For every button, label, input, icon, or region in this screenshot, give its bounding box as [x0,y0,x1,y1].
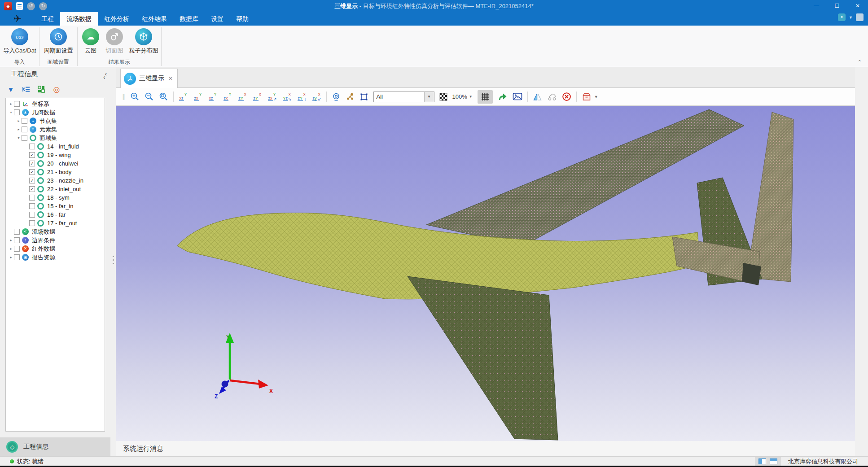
tree-item-far-out[interactable]: 17 - far_out [6,219,105,227]
collapse-list-icon[interactable] [22,85,31,94]
contour-plot-button[interactable]: ☁ 云图 [79,27,103,55]
tree-item-nozzle-in[interactable]: ✓23 - nozzle_in [6,176,105,185]
tree-item-int-fluid[interactable]: 14 - int_fluid [6,142,105,151]
tree-checkbox[interactable] [29,220,35,226]
tree-item-element-sets[interactable]: ▸○元素集 [6,125,105,134]
tab-scroll-left-icon[interactable]: ‹ [103,74,105,81]
view-iso-2-icon[interactable]: xYz↘ [282,92,292,101]
zoom-in-icon[interactable] [130,91,140,103]
molecule-icon[interactable] [346,91,355,103]
tree-checkbox[interactable] [14,109,20,115]
tree-item-inlet-out[interactable]: ✓22 - inlet_out [6,185,105,193]
tree-item-coordinate-system[interactable]: ▸坐标系 [6,100,105,108]
grid-toggle-button[interactable] [478,90,493,104]
cancel-icon[interactable] [562,91,571,103]
menu-shezhi[interactable]: 设置 [205,12,230,26]
layout-single-icon[interactable] [770,458,777,464]
snapshot-icon[interactable] [513,91,522,103]
menu-hongwaijieguo[interactable]: 红外结果 [136,12,173,26]
close-button[interactable]: ✕ [847,0,868,12]
menu-liuchangshuju[interactable]: 流场数据 [60,12,98,26]
minimize-button[interactable]: — [806,0,827,12]
grid-view-icon[interactable] [37,85,46,94]
smooth-network-icon[interactable] [547,91,557,103]
tree-checkbox[interactable] [29,203,35,209]
view-left-icon[interactable]: Yxz [208,92,218,101]
expander-icon[interactable]: ▸ [8,255,14,259]
tree-item-far[interactable]: 16 - far [6,210,105,219]
menu-bangzhu[interactable]: 帮助 [230,12,255,26]
maximize-button[interactable]: ☐ [827,0,847,12]
toolbar-drag-handle[interactable]: ∥ [122,91,125,103]
tree-checkbox[interactable] [29,195,35,201]
view-iso-4-icon[interactable]: xzy↙ [312,92,321,101]
tree-checkbox[interactable]: ✓ [29,152,35,158]
probe-icon[interactable] [332,91,341,103]
zoom-level-dropdown[interactable]: 100%▼ [452,93,473,100]
expander-icon[interactable]: ▸ [16,119,22,123]
tree-checkbox[interactable] [14,246,20,252]
tree-item-chuiwei[interactable]: ✓20 - chuiwei [6,159,105,168]
zoom-fit-icon[interactable] [159,91,168,103]
periodic-surface-button[interactable]: 周期面设置 [39,27,77,55]
undo-icon[interactable]: ↺ [27,2,35,10]
import-cas-dat-button[interactable]: cas 导入Cas/Dat [1,27,38,55]
tree-item-far-in[interactable]: 15 - far_in [6,202,105,210]
project-panel-footer-tab[interactable]: ◇ 工程信息 [0,437,110,456]
tree-checkbox[interactable] [22,118,27,124]
tree-item-wing[interactable]: ✓19 - wing [6,151,105,159]
particle-distribution-button[interactable]: 粒子分布图 [126,27,161,55]
locate-icon[interactable]: ◎ [52,85,61,94]
view-bottom-icon[interactable]: xzY [253,92,262,101]
panel-splitter[interactable] [110,67,116,456]
tree-checkbox[interactable]: ✓ [29,169,35,175]
tree-checkbox[interactable] [22,135,27,141]
expander-icon[interactable]: ▸ [16,127,22,131]
menu-shujuku[interactable]: 数据库 [173,12,205,26]
save-view-dropdown[interactable]: ▼ [582,92,598,101]
export-arrow-icon[interactable] [498,91,508,103]
system-message-bar[interactable]: 系统运行消息 [116,441,855,456]
view-right-icon[interactable]: Yzx [223,92,232,101]
view-top-icon[interactable]: xzY [238,92,247,101]
tree-checkbox[interactable]: ✓ [29,186,35,192]
tree-item-report-resources[interactable]: ▸▣报告资源 [6,253,105,262]
tree-checkbox[interactable] [14,229,20,235]
tree-item-geometry-data[interactable]: ▾▲几何数据 [6,108,105,117]
tree-item-surface-sets[interactable]: ▾面域集 [6,134,105,142]
dropdown-caret-icon[interactable]: ▼ [849,15,853,20]
user-icon[interactable] [856,13,864,21]
tree-item-infrared-data[interactable]: ▸✕红外数据 [6,244,105,253]
viewport-3d[interactable]: Y X Z [116,106,855,441]
view-back-icon[interactable]: Yzx [193,92,203,101]
layout-split-icon[interactable] [758,458,766,464]
tree-item-node-sets[interactable]: ▸••节点集 [6,117,105,125]
menu-gongcheng[interactable]: 工程 [35,12,60,26]
tree-checkbox[interactable] [14,101,20,107]
ribbon-collapse-icon[interactable]: ⌃ [858,57,862,66]
view-front-icon[interactable]: Yxz [179,92,188,101]
tree-checkbox[interactable] [29,144,35,149]
expander-icon[interactable]: ▸ [8,238,14,242]
chat-icon[interactable]: ● [838,13,846,21]
view-iso-1-icon[interactable]: Yzx↗ [267,92,277,101]
tree-checkbox[interactable] [29,212,35,218]
tree-item-body[interactable]: ✓21 - body [6,168,105,176]
new-document-icon[interactable] [16,2,23,10]
checker-pattern-icon[interactable] [439,91,447,103]
combo-caret-icon[interactable]: ▼ [424,92,434,102]
app-icon[interactable]: ◆ [4,2,12,10]
tree-checkbox[interactable] [22,127,27,132]
tree-item-boundary-conditions[interactable]: ▸↑边界条件 [6,236,105,244]
tab-3d-display[interactable]: 三维显示 ✕ [120,69,178,88]
expander-icon[interactable]: ▾ [16,136,22,140]
redo-icon[interactable]: ↻ [39,2,47,10]
zoom-out-icon[interactable] [145,91,154,103]
tree-item-sym[interactable]: 18 - sym [6,193,105,202]
mirror-icon[interactable] [533,91,542,103]
display-filter-combo[interactable]: All ▼ [373,92,434,102]
tree-checkbox[interactable]: ✓ [29,178,35,183]
expander-icon[interactable]: ▾ [8,110,14,114]
filter-icon[interactable]: ▼ [6,85,15,94]
tree-checkbox[interactable]: ✓ [29,161,35,166]
